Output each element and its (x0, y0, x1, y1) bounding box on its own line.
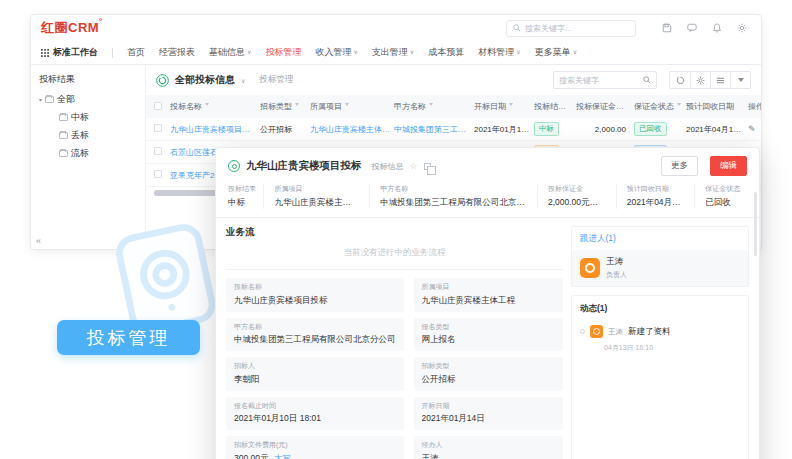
workbench-switcher[interactable]: 标准工作台 (41, 46, 98, 59)
cell-bid-name[interactable]: 九华山庄贵宾楼项目投标 (170, 124, 260, 135)
star-icon[interactable]: ☆ (410, 161, 418, 171)
sidebar-title: 投标结果 (39, 73, 137, 86)
row-checkbox[interactable] (154, 170, 162, 178)
field-signup-deadline: 报名截止时间2021年01月10日 18:01 (226, 397, 404, 431)
tree-node-all[interactable]: ▾ 全部 (39, 93, 137, 106)
col-deposit[interactable]: 投标保证金(元)↓ (576, 101, 634, 112)
columns-icon[interactable] (710, 72, 730, 88)
row-checkbox[interactable] (154, 124, 162, 132)
activity-panel: 动态(1) 王涛 新建了资料 04月13日 16:10 (571, 295, 749, 459)
activity-time: 04月13日 16:10 (604, 343, 740, 353)
nav-item-home[interactable]: 首页 (127, 46, 145, 59)
followers-panel: 跟进人(1) 王涛 负责人 (571, 226, 749, 287)
tree-node-label: 流标 (71, 147, 89, 160)
save-icon[interactable] (662, 23, 672, 33)
edit-icon[interactable]: ✎ (748, 124, 756, 134)
brand-logo: 红圈CRM ° (41, 19, 103, 37)
nav-item-materials[interactable]: 材料管理 (478, 46, 520, 59)
col-open-date[interactable]: 开标日期 (474, 101, 534, 112)
filter-icon (677, 103, 681, 108)
col-bid-type[interactable]: 招标类型 (260, 101, 310, 112)
cell-open-date: 2021年01月14日 (474, 124, 534, 135)
nav-item-basic-info[interactable]: 基础信息 (209, 46, 251, 59)
detail-header: 九华山庄贵宾楼项目投标 投标信息 ☆ 更多 编辑 (216, 148, 759, 181)
col-actions: 操作 (748, 101, 762, 112)
cell-party[interactable]: 中城投集团第三工程局有... (394, 124, 474, 135)
col-result[interactable]: 投标结果 (534, 101, 576, 112)
deposit-status-badge: 已回收 (634, 122, 667, 136)
grid-icon (41, 49, 49, 57)
bid-detail-panel: 九华山庄贵宾楼项目投标 投标信息 ☆ 更多 编辑 投标结果 中标 所属项目 九华… (215, 147, 760, 459)
table-row[interactable]: 九华山庄贵宾楼项目投标 公开招标 九华山庄贵宾楼主体工程 中城投集团第三工程局有… (146, 118, 761, 141)
header-icon-group (662, 23, 747, 33)
more-button[interactable]: 更多 (661, 156, 698, 176)
tree-node-lost[interactable]: 丢标 (59, 129, 137, 142)
follower-item[interactable]: 王涛 负责人 (572, 250, 748, 286)
detail-fields: 投标名称九华山庄贵宾楼项目投标 所属项目九华山庄贵宾楼主体工程 甲方名称中城投集… (226, 278, 563, 459)
field-doc-fee: 招标文件费用(元)300.00元大写 (226, 436, 404, 459)
table-header: 投标名称 招标类型 所属项目 甲方名称 开标日期 投标结果 投标保证金(元)↓ … (146, 95, 761, 118)
nav-item-expense[interactable]: 支出管理 (372, 46, 414, 59)
result-badge: 中标 (534, 122, 559, 136)
col-party[interactable]: 甲方名称 (394, 101, 474, 112)
followers-title[interactable]: 跟进人(1) (572, 227, 748, 250)
view-title[interactable]: 全部投标信息 (175, 73, 235, 87)
tree-node-won[interactable]: 中标 (59, 111, 137, 124)
chat-icon[interactable] (687, 23, 697, 33)
col-bid-name[interactable]: 投标名称 (170, 101, 260, 112)
tree-node-failed[interactable]: 流标 (59, 147, 137, 160)
tree-expand-icon[interactable]: ▾ (39, 96, 42, 103)
select-all-checkbox[interactable] (154, 102, 162, 110)
field-party: 甲方名称中城投集团第三工程局有限公司北京分公司 (226, 318, 404, 352)
filter-icon[interactable] (730, 72, 750, 88)
cell-deposit: 2,000.00 (576, 125, 634, 134)
nav-item-more-menu[interactable]: 更多菜单 (535, 46, 577, 59)
settings-icon[interactable] (690, 72, 710, 88)
gear-icon[interactable] (737, 23, 747, 33)
list-search[interactable] (553, 71, 657, 89)
app-header: 红圈CRM ° (31, 15, 761, 41)
field-signup-type: 报名类型网上报名 (414, 318, 564, 352)
list-search-input[interactable] (559, 76, 640, 85)
col-deposit-status[interactable]: 保证金状态 (634, 101, 686, 112)
filter-icon (569, 103, 573, 108)
brand-degree: ° (99, 17, 103, 37)
row-checkbox[interactable] (154, 147, 162, 155)
nav-divider (112, 48, 113, 58)
chevron-down-icon[interactable]: ∨ (241, 77, 245, 84)
uppercase-link[interactable]: 大写 (275, 454, 291, 459)
folder-icon (59, 114, 68, 121)
refresh-circle-icon[interactable] (156, 74, 169, 87)
col-project[interactable]: 所属项目 (310, 101, 394, 112)
global-search[interactable] (506, 20, 636, 37)
refresh-icon[interactable] (670, 72, 690, 88)
sidebar-collapse-icon[interactable]: « (36, 236, 41, 246)
nav-item-reports[interactable]: 经营报表 (159, 46, 195, 59)
filter-icon (295, 103, 299, 108)
brand-name: 红圈CRM (41, 19, 99, 37)
activity-user: 王涛 (608, 327, 623, 337)
nav-item-bid-management[interactable]: 投标管理 (265, 46, 301, 59)
field-project: 所属项目九华山庄贵宾楼主体工程 (414, 278, 564, 312)
cell-bid-type: 公开招标 (260, 124, 310, 135)
edit-button[interactable]: 编辑 (710, 156, 747, 176)
workflow-empty-text: 当前没有进行中的业务流程 (226, 247, 563, 259)
global-search-input[interactable] (525, 24, 629, 33)
folder-icon (59, 150, 68, 157)
nav-item-cost-budget[interactable]: 成本预算 (428, 46, 464, 59)
summary-deposit: 投标保证金 2,000.00元大写 (537, 184, 616, 209)
follower-role: 负责人 (606, 270, 627, 280)
folder-icon (45, 96, 54, 103)
bell-icon[interactable] (712, 23, 722, 33)
summary-recover-date: 预计回收日期 2021年04月15日 (616, 184, 695, 209)
timeline-dot (580, 329, 585, 334)
copy-icon[interactable] (424, 163, 431, 170)
filter-icon (345, 103, 349, 108)
nav-item-income[interactable]: 收入管理 (315, 46, 357, 59)
tree-node-label: 丢标 (71, 129, 89, 142)
search-icon (643, 76, 651, 84)
bid-management-tag: 投标管理 (57, 320, 200, 355)
detail-subtitle: 投标信息 (372, 161, 404, 172)
cell-project[interactable]: 九华山庄贵宾楼主体工程 (310, 124, 394, 135)
col-recover-date[interactable]: 预计回收日期 (686, 101, 748, 112)
